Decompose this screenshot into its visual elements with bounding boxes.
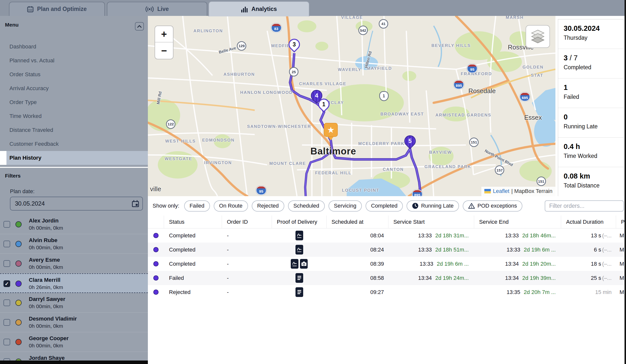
driver-stats: 0h 00min, 0km <box>29 303 63 309</box>
order-row[interactable]: Rejected-09:2713:352d 20h 7m ...15 minM <box>148 285 626 299</box>
driver-checkbox[interactable] <box>3 260 10 267</box>
driver-checkbox[interactable] <box>3 299 10 306</box>
chip-label: POD exceptions <box>477 203 517 209</box>
stop-marker-5[interactable]: 5 <box>404 135 416 147</box>
order-service-start: 13:332d 18h 31m... <box>388 228 474 243</box>
filter-orders-placeholder: Filter orders... <box>549 203 584 209</box>
chip-failed[interactable]: Failed <box>184 200 210 212</box>
ukraine-flag-icon <box>484 189 491 193</box>
pod-signature-icon[interactable] <box>291 259 298 269</box>
leaflet-link[interactable]: Leaflet <box>493 188 509 194</box>
stat-total-distance: 0.08 kmTotal Distance <box>558 167 623 197</box>
driver-row[interactable]: Darryl Sawyer0h 00min, 0km <box>0 293 148 313</box>
map-terrain <box>148 16 555 196</box>
plan-date-value: 30.05.2024 <box>10 200 132 207</box>
order-id: - <box>222 271 272 285</box>
sidebar-item-dashboard[interactable]: Dashboard <box>0 40 148 54</box>
pod-signature-icon[interactable] <box>295 231 303 240</box>
chip-rejected[interactable]: Rejected <box>252 200 284 212</box>
stat-label: Failed <box>564 94 623 100</box>
driver-row[interactable]: George Cooper0h 00min, 0km <box>0 332 148 352</box>
order-row[interactable]: Completed-08:0413:332d 18h 31m...13:332d… <box>148 228 626 243</box>
driver-row[interactable]: Avery Esme0h 00min, 0km <box>0 254 148 273</box>
menu-collapse-button[interactable] <box>135 22 144 31</box>
calendar-picker-icon[interactable] <box>132 200 139 207</box>
driver-color-dot <box>15 319 22 326</box>
zoom-in-button[interactable]: + <box>155 26 173 42</box>
route-shield-157: 157 <box>495 165 504 175</box>
order-row[interactable]: Completed-08:3913:332d 19h 6m ...13:342d… <box>148 257 626 271</box>
route-shield-1: 1 <box>379 91 389 101</box>
chip-scheduled[interactable]: Scheduled <box>288 200 325 212</box>
chip-pod-exceptions[interactable]: POD exceptions <box>463 200 522 212</box>
map-attribution: Leaflet | MapBox Terrain <box>481 187 555 196</box>
sidebar-item-customer-feedback[interactable]: Customer Feedback <box>0 137 148 151</box>
driver-row[interactable]: Desmond Vladimir0h 00min, 0km <box>0 313 148 332</box>
filter-orders-input[interactable]: Filter orders... <box>545 200 624 212</box>
service-start-time: 13:33 <box>420 261 433 267</box>
driver-checkbox[interactable] <box>3 339 10 345</box>
sidebar-item-time-worked[interactable]: Time Worked <box>0 109 148 123</box>
pin-number: 1 <box>319 100 329 109</box>
plan-date-input[interactable]: 30.05.2024 <box>10 197 143 211</box>
driver-row[interactable]: ✓Clara Merrill0h 26min, 0km <box>0 273 148 293</box>
service-start-duration: 2d 18h 31m... <box>435 232 469 239</box>
pod-signature-icon[interactable] <box>295 245 303 255</box>
pod-camera-icon[interactable] <box>300 259 308 269</box>
tab-analytics[interactable]: Analytics <box>209 1 309 16</box>
sidebar-item-order-type[interactable]: Order Type <box>0 95 148 109</box>
driver-row[interactable]: Alvin Rube0h 00min, 0km <box>0 234 148 254</box>
order-row[interactable]: Failed-08:5813:342d 19h 24m...13:342d 19… <box>148 271 626 285</box>
map[interactable]: + − Leaflet | MapBox Terrain Baltimore V… <box>148 16 555 196</box>
order-service-end: 13:332d 18h 46m... <box>474 228 561 243</box>
col-dot <box>148 216 164 228</box>
chip-label: Failed <box>190 203 205 209</box>
duration-value: 18 s <box>591 261 601 267</box>
stop-marker-3[interactable]: 3 <box>289 39 300 50</box>
route-shield-542: 542 <box>358 26 368 35</box>
status-dot <box>153 247 159 252</box>
order-service-end: 13:342d 19h 39m... <box>474 271 561 285</box>
zoom-out-button[interactable]: − <box>155 42 173 59</box>
sidebar-item-plan-history[interactable]: Plan History <box>6 151 148 165</box>
map-label: ville <box>150 185 161 193</box>
map-label: ARMISTEAD GARDENS <box>435 113 491 118</box>
plan-date-label: Plan date: <box>10 188 35 195</box>
map-label: CANTON <box>383 167 404 172</box>
map-label: MAYFIELD <box>367 66 392 71</box>
pin-icon: 1 <box>316 96 332 112</box>
pod-note-icon[interactable] <box>295 287 303 297</box>
map-layers-control[interactable] <box>526 25 550 48</box>
sidebar-item-order-status[interactable]: Order Status <box>0 68 148 81</box>
col-order-id: Order ID <box>222 216 272 228</box>
sidebar-item-arrival-accuracy[interactable]: Arrival Accuracy <box>0 81 148 95</box>
service-start-time: 13:33 <box>418 232 432 239</box>
status-dot <box>153 290 159 295</box>
driver-checkbox[interactable] <box>3 221 10 228</box>
driver-stats: 0h 26min, 0km <box>29 284 63 290</box>
sidebar-item-planned-vs-actual[interactable]: Planned vs. Actual <box>0 54 148 68</box>
duration-suffix: (–... <box>602 261 612 267</box>
stat-value: 30.05.2024 <box>564 24 623 33</box>
chip-running-late[interactable]: Running Late <box>407 200 459 212</box>
driver-checkbox[interactable]: ✓ <box>3 280 10 287</box>
status-chips: FailedOn RouteRejectedScheduledServicing… <box>184 200 523 212</box>
scrollbar-edge[interactable] <box>625 0 626 364</box>
depot-marker[interactable]: ★ <box>324 123 338 140</box>
chip-completed[interactable]: Completed <box>366 200 403 212</box>
tab-plan-and-optimize[interactable]: Plan and Optimize <box>9 2 105 16</box>
service-end-duration: 2d 20h 7m ... <box>524 289 556 295</box>
driver-checkbox[interactable] <box>3 241 10 247</box>
chip-servicing[interactable]: Servicing <box>329 200 362 212</box>
tab-live[interactable]: Live <box>107 2 207 16</box>
pod-note-icon[interactable] <box>295 273 303 283</box>
order-row[interactable]: Completed-08:2413:332d 18h 51m...13:332d… <box>148 243 626 257</box>
order-status-dot-cell <box>148 271 164 285</box>
order-pod <box>272 271 327 285</box>
sidebar-item-distance-traveled[interactable]: Distance Traveled <box>0 123 148 137</box>
tab-label: Plan and Optimize <box>37 6 86 12</box>
driver-row[interactable]: Alex Jordin0h 00min, 0km <box>0 215 148 234</box>
chip-on-route[interactable]: On Route <box>214 200 248 212</box>
driver-checkbox[interactable] <box>3 319 10 326</box>
stop-marker-1[interactable]: 1 <box>318 99 330 110</box>
